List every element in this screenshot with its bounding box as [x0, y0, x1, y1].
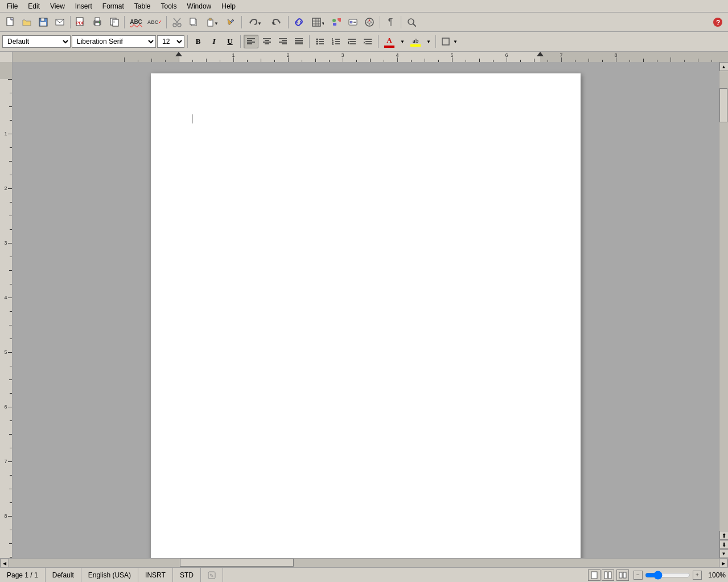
svg-text:3.: 3. [332, 42, 335, 46]
unordered-list-button[interactable] [312, 35, 327, 48]
insert-table-button[interactable]: ▼ [307, 15, 328, 30]
zoom-in-button[interactable]: + [693, 571, 702, 580]
email-button[interactable] [52, 15, 68, 30]
export-pdf-button[interactable]: PDF [73, 15, 89, 30]
separator [70, 16, 71, 28]
font-color-button[interactable]: A [381, 35, 397, 48]
page-content[interactable] [192, 114, 540, 558]
scroll-thumb[interactable] [719, 88, 727, 122]
save-button[interactable] [35, 15, 51, 30]
horizontal-ruler [13, 52, 728, 62]
menu-tools[interactable]: Tools [157, 1, 182, 11]
underline-button[interactable]: U [223, 35, 237, 48]
print-preview-button[interactable] [106, 15, 122, 30]
svg-marker-46 [370, 21, 373, 23]
format-paintbrush-button[interactable] [223, 15, 239, 30]
scroll-next-page-button[interactable]: ⬇ [719, 540, 729, 549]
align-center-button[interactable] [260, 35, 274, 48]
menu-view[interactable]: View [46, 1, 69, 11]
insert-mode-section[interactable]: INSRT [138, 568, 173, 582]
scroll-up-button[interactable]: ▲ [719, 62, 729, 71]
menu-help[interactable]: Help [217, 1, 240, 11]
svg-rect-93 [619, 572, 622, 578]
autospell-button[interactable]: ABC✓ [146, 15, 164, 30]
scroll-prev-page-button[interactable]: ⬆ [719, 531, 729, 540]
open-button[interactable] [19, 15, 35, 30]
separator [241, 16, 242, 28]
paste-button[interactable]: ▼ [202, 15, 223, 30]
find-bar-button[interactable] [404, 15, 419, 30]
navigator-button[interactable] [361, 15, 377, 30]
ruler-container [0, 52, 728, 62]
zoom-controls: − + 100% [588, 569, 728, 581]
svg-text:▼: ▼ [321, 21, 324, 26]
document-canvas[interactable] [13, 62, 719, 558]
ordered-list-button[interactable]: 1.2.3. [328, 35, 343, 48]
style-section: Default [46, 568, 81, 582]
align-right-button[interactable] [275, 35, 290, 48]
svg-rect-3 [40, 22, 46, 26]
toolbar-area: PDF ABC ABC✓ ▼ [0, 13, 728, 52]
justify-button[interactable] [291, 35, 306, 48]
language-section[interactable]: English (USA) [81, 568, 138, 582]
align-left-button[interactable] [244, 35, 258, 48]
font-name-select[interactable]: Liberation Serif [72, 35, 156, 48]
menu-window[interactable]: Window [183, 1, 216, 11]
svg-point-38 [332, 19, 336, 22]
nonprinting-chars-button[interactable]: ¶ [382, 15, 398, 30]
single-page-view-button[interactable] [588, 569, 601, 581]
zoom-percent: 100% [705, 571, 726, 579]
scroll-down-button[interactable]: ▼ [719, 549, 729, 558]
font-size-select[interactable]: 12 [157, 35, 184, 48]
borders-button[interactable]: ▼ [439, 34, 459, 49]
main-area: ▲ ⬆ ⬇ ▼ [0, 62, 728, 558]
multipage-view-button[interactable] [602, 569, 614, 581]
print-button[interactable] [89, 15, 105, 30]
menu-format[interactable]: Format [98, 1, 129, 11]
font-color-dropdown[interactable]: ▼ [398, 35, 406, 48]
undo-button[interactable]: ▼ [244, 15, 265, 30]
menu-file[interactable]: File [2, 1, 22, 11]
svg-point-68 [316, 41, 318, 43]
new-button[interactable] [2, 15, 18, 30]
zoom-slider[interactable] [645, 572, 690, 579]
cut-button[interactable] [169, 15, 185, 30]
separator [124, 16, 125, 28]
hyperlink-button[interactable] [291, 15, 307, 30]
svg-line-48 [413, 24, 416, 26]
svg-rect-92 [608, 572, 611, 579]
draw-functions-button[interactable] [328, 15, 344, 30]
bold-button[interactable]: B [191, 35, 205, 48]
status-bar: Page 1 / 1 Default English (USA) INSRT S… [0, 567, 728, 582]
menu-edit[interactable]: Edit [23, 1, 44, 11]
highlight-color-button[interactable]: ab [408, 35, 423, 48]
italic-button[interactable]: I [207, 35, 221, 48]
form-controls-button[interactable] [345, 15, 361, 30]
zoom-out-button[interactable]: − [634, 571, 643, 580]
selection-mode-section[interactable]: STD [173, 568, 201, 582]
redo-button[interactable]: ▼ [265, 15, 286, 30]
copy-button[interactable] [186, 15, 201, 30]
scroll-track[interactable] [719, 71, 729, 531]
book-view-button[interactable] [616, 569, 629, 581]
spellcheck-button[interactable]: ABC [127, 15, 145, 30]
highlight-color-dropdown[interactable]: ▼ [425, 35, 433, 48]
scroll-right-button[interactable]: ▶ [719, 559, 728, 568]
menu-table[interactable]: Table [130, 1, 155, 11]
svg-rect-40 [350, 21, 352, 23]
svg-point-69 [316, 43, 318, 45]
scroll-left-button[interactable]: ◀ [0, 559, 9, 568]
svg-rect-30 [312, 18, 320, 26]
help-button[interactable]: ? [710, 15, 726, 30]
decrease-indent-button[interactable] [344, 35, 359, 48]
h-scroll-thumb[interactable] [180, 559, 294, 567]
page-info: Page 1 / 1 [7, 571, 38, 579]
h-scroll-track[interactable] [9, 559, 719, 567]
horizontal-scrollbar-area: ◀ ▶ [0, 558, 728, 567]
paragraph-style-select[interactable]: Default [2, 35, 71, 48]
text-cursor [192, 114, 192, 123]
increase-indent-button[interactable] [360, 35, 375, 48]
separator [380, 16, 380, 28]
changes-section: ✎ [201, 568, 223, 582]
menu-insert[interactable]: Insert [71, 1, 97, 11]
